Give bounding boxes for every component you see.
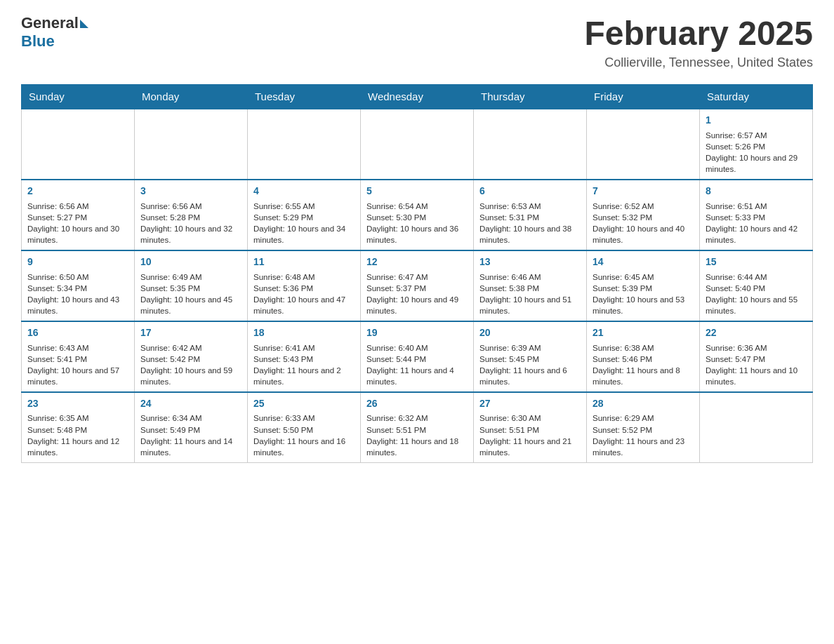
day-number: 18 xyxy=(253,326,355,340)
day-number: 25 xyxy=(253,397,355,411)
calendar-cell: 18Sunrise: 6:41 AMSunset: 5:43 PMDayligh… xyxy=(248,321,361,392)
day-number: 2 xyxy=(27,185,128,199)
calendar-cell xyxy=(22,109,135,180)
day-header-monday: Monday xyxy=(135,85,248,109)
day-number: 9 xyxy=(27,255,128,269)
logo-arrow-icon xyxy=(80,20,88,28)
day-number: 1 xyxy=(706,114,807,128)
calendar-cell xyxy=(474,109,587,180)
calendar-cell: 24Sunrise: 6:34 AMSunset: 5:49 PMDayligh… xyxy=(135,392,248,462)
calendar-cell: 28Sunrise: 6:29 AMSunset: 5:52 PMDayligh… xyxy=(587,392,700,462)
day-number: 5 xyxy=(366,185,468,199)
day-info: Sunrise: 6:44 AMSunset: 5:40 PMDaylight:… xyxy=(706,271,807,316)
calendar-cell: 4Sunrise: 6:55 AMSunset: 5:29 PMDaylight… xyxy=(248,180,361,250)
day-number: 20 xyxy=(479,326,581,340)
calendar-cell: 5Sunrise: 6:54 AMSunset: 5:30 PMDaylight… xyxy=(361,180,474,250)
day-number: 11 xyxy=(253,255,355,269)
day-number: 27 xyxy=(479,397,581,411)
calendar-cell: 1Sunrise: 6:57 AMSunset: 5:26 PMDaylight… xyxy=(700,109,813,180)
week-row-5: 23Sunrise: 6:35 AMSunset: 5:48 PMDayligh… xyxy=(22,392,813,462)
day-info: Sunrise: 6:30 AMSunset: 5:51 PMDaylight:… xyxy=(479,412,581,457)
calendar-cell: 14Sunrise: 6:45 AMSunset: 5:39 PMDayligh… xyxy=(587,250,700,321)
calendar-cell: 22Sunrise: 6:36 AMSunset: 5:47 PMDayligh… xyxy=(700,321,813,392)
day-number: 12 xyxy=(366,255,468,269)
day-header-thursday: Thursday xyxy=(474,85,587,109)
day-info: Sunrise: 6:54 AMSunset: 5:30 PMDaylight:… xyxy=(366,201,468,246)
calendar-cell: 26Sunrise: 6:32 AMSunset: 5:51 PMDayligh… xyxy=(361,392,474,462)
day-number: 24 xyxy=(140,397,241,411)
day-info: Sunrise: 6:33 AMSunset: 5:50 PMDaylight:… xyxy=(253,412,355,457)
day-info: Sunrise: 6:29 AMSunset: 5:52 PMDaylight:… xyxy=(593,412,694,457)
calendar-cell: 3Sunrise: 6:56 AMSunset: 5:28 PMDaylight… xyxy=(135,180,248,250)
day-number: 3 xyxy=(140,185,241,199)
calendar-cell: 27Sunrise: 6:30 AMSunset: 5:51 PMDayligh… xyxy=(474,392,587,462)
week-row-4: 16Sunrise: 6:43 AMSunset: 5:41 PMDayligh… xyxy=(22,321,813,392)
logo-blue-text: Blue xyxy=(21,32,55,50)
day-info: Sunrise: 6:39 AMSunset: 5:45 PMDaylight:… xyxy=(479,342,581,387)
logo-general-text: General xyxy=(21,14,79,32)
day-header-tuesday: Tuesday xyxy=(248,85,361,109)
calendar-cell: 23Sunrise: 6:35 AMSunset: 5:48 PMDayligh… xyxy=(22,392,135,462)
day-info: Sunrise: 6:47 AMSunset: 5:37 PMDaylight:… xyxy=(366,271,468,316)
day-number: 17 xyxy=(140,326,241,340)
week-row-1: 1Sunrise: 6:57 AMSunset: 5:26 PMDaylight… xyxy=(22,109,813,180)
calendar-cell: 21Sunrise: 6:38 AMSunset: 5:46 PMDayligh… xyxy=(587,321,700,392)
calendar-cell: 12Sunrise: 6:47 AMSunset: 5:37 PMDayligh… xyxy=(361,250,474,321)
day-info: Sunrise: 6:38 AMSunset: 5:46 PMDaylight:… xyxy=(593,342,694,387)
day-number: 19 xyxy=(366,326,468,340)
calendar-cell: 19Sunrise: 6:40 AMSunset: 5:44 PMDayligh… xyxy=(361,321,474,392)
calendar-subtitle: Collierville, Tennessee, United States xyxy=(584,55,813,70)
week-row-3: 9Sunrise: 6:50 AMSunset: 5:34 PMDaylight… xyxy=(22,250,813,321)
week-row-2: 2Sunrise: 6:56 AMSunset: 5:27 PMDaylight… xyxy=(22,180,813,250)
day-info: Sunrise: 6:52 AMSunset: 5:32 PMDaylight:… xyxy=(593,201,694,246)
calendar-cell: 16Sunrise: 6:43 AMSunset: 5:41 PMDayligh… xyxy=(22,321,135,392)
day-number: 21 xyxy=(593,326,694,340)
calendar-table: SundayMondayTuesdayWednesdayThursdayFrid… xyxy=(21,84,813,463)
day-info: Sunrise: 6:53 AMSunset: 5:31 PMDaylight:… xyxy=(479,201,581,246)
calendar-cell: 25Sunrise: 6:33 AMSunset: 5:50 PMDayligh… xyxy=(248,392,361,462)
calendar-cell: 2Sunrise: 6:56 AMSunset: 5:27 PMDaylight… xyxy=(22,180,135,250)
day-header-friday: Friday xyxy=(587,85,700,109)
logo: General Blue xyxy=(21,14,88,51)
day-info: Sunrise: 6:48 AMSunset: 5:36 PMDaylight:… xyxy=(253,271,355,316)
day-header-wednesday: Wednesday xyxy=(361,85,474,109)
day-info: Sunrise: 6:41 AMSunset: 5:43 PMDaylight:… xyxy=(253,342,355,387)
calendar-title: February 2025 xyxy=(584,14,813,53)
day-number: 4 xyxy=(253,185,355,199)
day-info: Sunrise: 6:36 AMSunset: 5:47 PMDaylight:… xyxy=(706,342,807,387)
day-info: Sunrise: 6:56 AMSunset: 5:28 PMDaylight:… xyxy=(140,201,241,246)
calendar-cell: 15Sunrise: 6:44 AMSunset: 5:40 PMDayligh… xyxy=(700,250,813,321)
calendar-cell xyxy=(135,109,248,180)
calendar-cell xyxy=(587,109,700,180)
calendar-cell: 6Sunrise: 6:53 AMSunset: 5:31 PMDaylight… xyxy=(474,180,587,250)
day-info: Sunrise: 6:55 AMSunset: 5:29 PMDaylight:… xyxy=(253,201,355,246)
calendar-cell: 11Sunrise: 6:48 AMSunset: 5:36 PMDayligh… xyxy=(248,250,361,321)
day-header-sunday: Sunday xyxy=(22,85,135,109)
calendar-cell xyxy=(700,392,813,462)
day-info: Sunrise: 6:40 AMSunset: 5:44 PMDaylight:… xyxy=(366,342,468,387)
days-header-row: SundayMondayTuesdayWednesdayThursdayFrid… xyxy=(22,85,813,109)
day-number: 15 xyxy=(706,255,807,269)
day-info: Sunrise: 6:34 AMSunset: 5:49 PMDaylight:… xyxy=(140,412,241,457)
day-info: Sunrise: 6:43 AMSunset: 5:41 PMDaylight:… xyxy=(27,342,128,387)
day-info: Sunrise: 6:49 AMSunset: 5:35 PMDaylight:… xyxy=(140,271,241,316)
day-number: 23 xyxy=(27,397,128,411)
day-number: 14 xyxy=(593,255,694,269)
calendar-cell: 10Sunrise: 6:49 AMSunset: 5:35 PMDayligh… xyxy=(135,250,248,321)
day-number: 8 xyxy=(706,185,807,199)
day-info: Sunrise: 6:46 AMSunset: 5:38 PMDaylight:… xyxy=(479,271,581,316)
calendar-cell: 7Sunrise: 6:52 AMSunset: 5:32 PMDaylight… xyxy=(587,180,700,250)
calendar-cell: 17Sunrise: 6:42 AMSunset: 5:42 PMDayligh… xyxy=(135,321,248,392)
day-number: 6 xyxy=(479,185,581,199)
day-header-saturday: Saturday xyxy=(700,85,813,109)
calendar-cell xyxy=(248,109,361,180)
day-info: Sunrise: 6:35 AMSunset: 5:48 PMDaylight:… xyxy=(27,412,128,457)
day-info: Sunrise: 6:56 AMSunset: 5:27 PMDaylight:… xyxy=(27,201,128,246)
day-info: Sunrise: 6:42 AMSunset: 5:42 PMDaylight:… xyxy=(140,342,241,387)
calendar-cell: 9Sunrise: 6:50 AMSunset: 5:34 PMDaylight… xyxy=(22,250,135,321)
day-info: Sunrise: 6:51 AMSunset: 5:33 PMDaylight:… xyxy=(706,201,807,246)
day-info: Sunrise: 6:32 AMSunset: 5:51 PMDaylight:… xyxy=(366,412,468,457)
page-header: General Blue February 2025 Collierville,… xyxy=(21,14,813,70)
calendar-cell: 8Sunrise: 6:51 AMSunset: 5:33 PMDaylight… xyxy=(700,180,813,250)
title-block: February 2025 Collierville, Tennessee, U… xyxy=(584,14,813,70)
